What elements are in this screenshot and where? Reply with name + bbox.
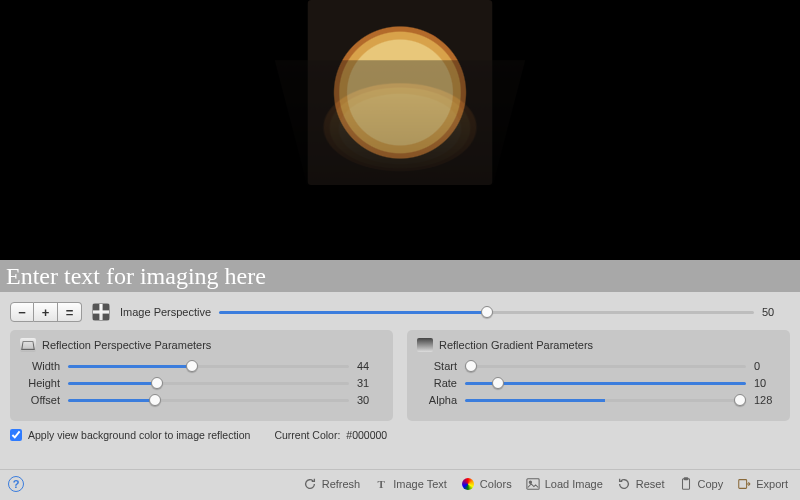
zoom-out-button[interactable]: − (10, 302, 34, 322)
height-slider[interactable] (68, 382, 349, 385)
width-slider[interactable] (68, 365, 349, 368)
width-value: 44 (357, 360, 383, 372)
svg-rect-4 (527, 479, 539, 490)
text-entry-row (0, 260, 800, 292)
offset-slider[interactable] (68, 399, 349, 402)
start-value: 0 (754, 360, 780, 372)
help-button[interactable]: ? (8, 476, 24, 492)
svg-rect-7 (684, 478, 688, 480)
refresh-icon (303, 477, 317, 491)
image-perspective-value: 50 (762, 306, 790, 318)
height-label: Height (20, 377, 60, 389)
svg-rect-6 (682, 479, 689, 490)
text-icon: T (374, 477, 388, 491)
image-text-button[interactable]: T Image Text (374, 477, 447, 491)
current-color-label: Current Color: (274, 429, 340, 441)
refresh-label: Refresh (322, 478, 361, 490)
grid-toggle-button[interactable] (92, 303, 110, 321)
offset-label: Offset (20, 394, 60, 406)
current-color-value: #000000 (346, 429, 387, 441)
load-image-button[interactable]: Load Image (526, 477, 603, 491)
offset-value: 30 (357, 394, 383, 406)
perspective-icon (20, 338, 36, 352)
svg-rect-0 (93, 304, 99, 310)
colors-label: Colors (480, 478, 512, 490)
export-label: Export (756, 478, 788, 490)
rate-slider[interactable] (465, 382, 746, 385)
apply-bg-color-label: Apply view background color to image ref… (28, 429, 250, 441)
reset-icon (617, 477, 631, 491)
imaging-text-input[interactable] (6, 263, 794, 290)
copy-button[interactable]: Copy (679, 477, 724, 491)
svg-rect-1 (103, 304, 109, 310)
image-perspective-slider[interactable] (219, 311, 754, 314)
svg-rect-8 (739, 480, 747, 489)
apply-bg-color-checkbox[interactable] (10, 429, 22, 441)
alpha-slider[interactable] (465, 399, 746, 402)
export-button[interactable]: Export (737, 477, 788, 491)
image-text-label: Image Text (393, 478, 447, 490)
reflection-gradient-title: Reflection Gradient Parameters (439, 339, 593, 351)
rate-label: Rate (417, 377, 457, 389)
load-image-label: Load Image (545, 478, 603, 490)
colors-button[interactable]: Colors (461, 477, 512, 491)
alpha-label: Alpha (417, 394, 457, 406)
refresh-button[interactable]: Refresh (303, 477, 361, 491)
reset-button[interactable]: Reset (617, 477, 665, 491)
colors-icon (461, 477, 475, 491)
bottom-toolbar: ? Refresh T Image Text Colors Load Image (0, 469, 800, 500)
zoom-fit-button[interactable]: = (58, 302, 82, 322)
reflection-perspective-panel: Reflection Perspective Parameters Width … (10, 330, 393, 421)
zoom-segmented-control: − + = (10, 302, 82, 322)
height-value: 31 (357, 377, 383, 389)
start-label: Start (417, 360, 457, 372)
image-icon (526, 477, 540, 491)
preview-reflection (275, 60, 525, 185)
reflection-perspective-title: Reflection Perspective Parameters (42, 339, 211, 351)
reflection-gradient-panel: Reflection Gradient Parameters Start 0 R… (407, 330, 790, 421)
reset-label: Reset (636, 478, 665, 490)
start-slider[interactable] (465, 365, 746, 368)
gradient-icon (417, 338, 433, 352)
zoom-in-button[interactable]: + (34, 302, 58, 322)
svg-point-5 (529, 481, 531, 483)
clipboard-icon (679, 477, 693, 491)
svg-rect-2 (93, 314, 99, 320)
width-label: Width (20, 360, 60, 372)
image-perspective-label: Image Perspective (120, 306, 211, 318)
copy-label: Copy (698, 478, 724, 490)
svg-rect-3 (103, 314, 109, 320)
export-icon (737, 477, 751, 491)
alpha-value: 128 (754, 394, 780, 406)
image-preview-area (0, 0, 800, 260)
rate-value: 10 (754, 377, 780, 389)
